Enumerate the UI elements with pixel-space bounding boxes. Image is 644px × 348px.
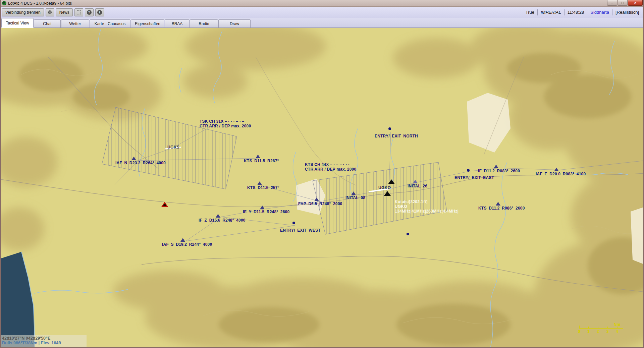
zone-kts-line1: KTS CH 44X – · – – · · ·	[305, 162, 356, 167]
entry-exit-ring-unlabeled	[407, 233, 409, 235]
fullscreen-button[interactable]	[74, 8, 83, 16]
waypoint-triangle-inital-08	[351, 191, 356, 195]
tab-radio[interactable]: Radio	[190, 19, 218, 27]
airport-tooltip: Kutaisi[8202.1ft] UGKO 134MHz|41MHz|263M…	[395, 199, 459, 214]
waypoint-triangle-kts-257	[257, 181, 262, 185]
scale-tick-2: 2	[597, 329, 599, 334]
tooltip-airport-freqs: 134MHz|41MHz|263MHz|4.4MHz|	[395, 209, 459, 214]
waypoint-label: IAF E D20.0 R083° 4100	[536, 172, 586, 176]
app-icon	[2, 1, 6, 5]
zone-label-tsk: TSK CH 31X – · · · – · – CTR ARR / DEP m…	[200, 119, 251, 128]
waypoint-label: KTS D11.5 R267°	[244, 159, 279, 163]
help-icon: ?	[87, 10, 92, 15]
waypoint-label: IAF N D23.2 R264° 4000	[115, 161, 166, 165]
scale-tick-3: 3	[606, 329, 609, 334]
heading-mode-indicator: True	[523, 10, 537, 15]
gear-icon	[48, 10, 52, 14]
units-indicator: IMPERIAL	[538, 10, 564, 15]
disconnect-button[interactable]: Verbindung trennen	[2, 8, 44, 16]
tab-chat[interactable]: Chat	[34, 19, 61, 27]
scale-tick-4: 4	[616, 329, 618, 334]
waypoint-triangle-kts-r086	[496, 202, 500, 206]
bullseye-elevation: Bulls 086°T/38Nm | Elev. 164ft	[2, 341, 85, 345]
waypoint-triangle-fap	[314, 197, 319, 201]
waypoint-label: KTS D11.2 R086° 2600	[478, 206, 525, 211]
tactical-map[interactable]: TSK CH 31X – · · · – · – CTR ARR / DEP m…	[1, 28, 643, 347]
aircraft-icon-black-1[interactable]	[388, 179, 395, 184]
tooltip-airport-icao: UGKO	[395, 204, 459, 209]
map-canvas	[1, 28, 643, 347]
zone-label-kts: KTS CH 44X – · – – · · · CTR ARR / DEP m…	[305, 162, 356, 172]
waypoint-label: INITAL 26	[408, 184, 427, 188]
minimize-button[interactable]: –	[607, 0, 617, 6]
waypoint-triangle-kts-r267	[256, 155, 260, 158]
lotatc-window: LotAtc 4 DCS - 1.0.0-beta9 - 64 bits – □…	[0, 0, 644, 348]
news-button[interactable]: News	[56, 8, 73, 16]
waypoint-label: IAF S D19.2 R244° 4000	[162, 242, 212, 247]
tab-braa[interactable]: BRAA	[165, 19, 190, 27]
about-button[interactable]: i	[95, 8, 104, 16]
waypoint-triangle-iaf-n	[131, 157, 136, 160]
scale-tick-1: 1	[587, 329, 590, 334]
waypoint-triangle-if-y	[260, 206, 265, 209]
maximize-button[interactable]: □	[618, 0, 628, 6]
settings-button[interactable]	[46, 8, 54, 16]
airport-label-ugks: UGKS	[167, 145, 179, 150]
waypoint-triangle-if	[494, 165, 498, 168]
entry-exit-label-west: ENTRY/ EXIT WEST	[280, 228, 321, 233]
info-icon: i	[97, 10, 102, 15]
clock: 11:48:28	[565, 10, 587, 15]
tab-bar: Tactical View Chat Wetter Karte - Caucas…	[1, 18, 643, 28]
tab-wetter[interactable]: Wetter	[61, 19, 89, 27]
title-bar: LotAtc 4 DCS - 1.0.0-beta9 - 64 bits – □…	[1, 0, 643, 7]
cursor-coordinates: 42d10'27"N 042d29'50"E	[2, 336, 85, 341]
waypoint-label: IF Y D11.5 R248° 2600	[243, 210, 289, 214]
tab-karte-caucasus[interactable]: Karte - Caucasus	[90, 19, 130, 27]
zone-tsk-line2: CTR ARR / DEP max. 2000	[200, 124, 251, 128]
aircraft-icon-hostile[interactable]	[161, 202, 168, 207]
status-box: 42d10'27"N 042d29'50"E Bulls 086°T/38Nm …	[1, 335, 87, 347]
waypoint-triangle-iaf-e	[554, 168, 559, 171]
window-controls: – □ ×	[607, 0, 643, 6]
waypoint-label: KTS D11.5 257°	[247, 185, 279, 190]
close-button[interactable]: ×	[628, 0, 643, 6]
scale-tick-0: 0	[578, 329, 580, 334]
waypoint-triangle-inital-26	[413, 180, 418, 183]
zone-kts-line2: CTR ARR / DEP max. 2000	[305, 167, 356, 172]
window-title: LotAtc 4 DCS - 1.0.0-beta9 - 64 bits	[8, 1, 72, 6]
tab-draw[interactable]: Draw	[218, 19, 251, 27]
waypoint-label: IF D11.2 R083° 2600	[478, 169, 520, 173]
waypoint-triangle-if-z	[216, 214, 220, 218]
main-toolbar: Verbindung trennen News ? i True IMPERIA…	[1, 7, 643, 18]
zone-tsk-line1: TSK CH 31X – · · · – · –	[200, 119, 251, 124]
entry-exit-ring-west	[292, 222, 295, 224]
realism-mode: [Realistisch]	[612, 10, 642, 15]
toolbar-status-group: True IMPERIAL 11:48:28 Siddharta [Realis…	[523, 9, 642, 15]
entry-exit-ring-north	[388, 127, 391, 130]
tab-eigenschaften[interactable]: Eigenschaften	[131, 19, 164, 27]
waypoint-label: IF Z D15.6 R248° 4000	[199, 218, 246, 223]
waypoint-label: INITAL 08	[345, 195, 365, 200]
tab-tactical-view[interactable]: Tactical View	[1, 18, 34, 27]
username: Siddharta	[587, 10, 612, 15]
entry-exit-label-east: ENTRY/ EXIT EAST	[454, 175, 494, 180]
aircraft-icon-black-2[interactable]	[384, 191, 391, 196]
airport-label-ugko: UGKO	[378, 185, 391, 190]
scale-unit: Nm	[614, 322, 620, 327]
help-button[interactable]: ?	[85, 8, 94, 16]
fullscreen-icon	[77, 10, 81, 14]
entry-exit-ring-east	[467, 169, 470, 172]
tooltip-airport-name: Kutaisi[8202.1ft]	[395, 199, 459, 204]
entry-exit-label-north: ENTRY/ EXIT NORTH	[375, 134, 418, 138]
waypoint-label: FAP D6.5 R248° 2000	[298, 201, 342, 206]
waypoint-triangle-iaf-s	[180, 238, 185, 242]
